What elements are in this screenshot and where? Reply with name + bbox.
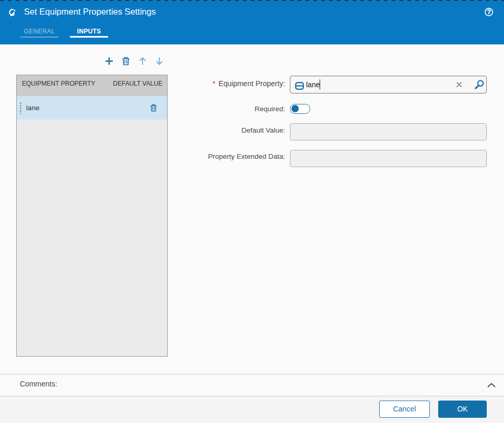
svg-text:?: ?: [487, 8, 491, 16]
